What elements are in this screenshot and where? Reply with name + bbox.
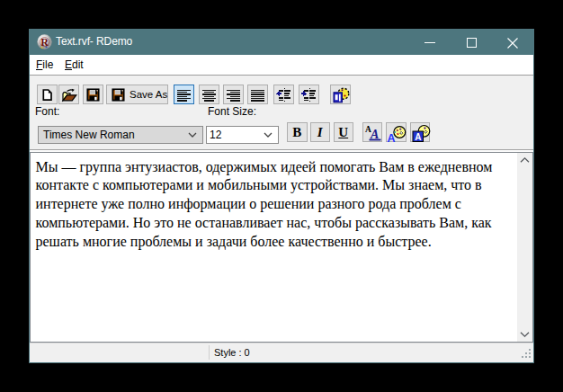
svg-text:A: A xyxy=(388,132,396,143)
svg-text:A: A xyxy=(415,131,421,141)
svg-text:A: A xyxy=(370,127,379,140)
